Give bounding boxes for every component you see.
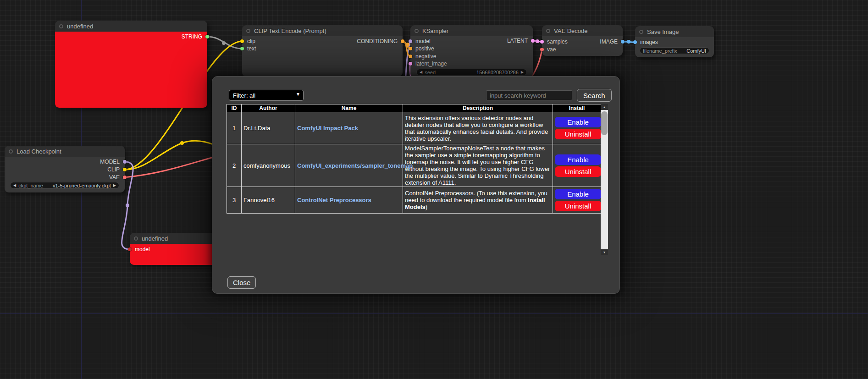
output-slot-conditioning[interactable] xyxy=(401,39,404,43)
uninstall-button[interactable]: Uninstall xyxy=(555,201,601,211)
filename-prefix-widget[interactable]: filename_prefix ComfyUI xyxy=(640,47,709,54)
output-slot-clip[interactable] xyxy=(123,168,127,171)
prev-icon[interactable]: ◀ xyxy=(13,182,16,189)
node-titlebar[interactable]: undefined xyxy=(55,21,207,32)
output-label-conditioning: CONDITIONING xyxy=(357,38,398,45)
input-slot-model[interactable] xyxy=(128,247,132,251)
table-row: 2 comfyanonymous ComfyUI_experiments/sam… xyxy=(227,144,601,187)
output-label-model: MODEL xyxy=(100,158,120,165)
output-slot-latent[interactable] xyxy=(531,39,535,43)
output-label-vae: VAE xyxy=(109,174,120,181)
node-clip-text-encode[interactable]: CLIP Text Encode (Prompt) clip text COND… xyxy=(242,25,403,77)
node-titlebar[interactable]: VAE Decode xyxy=(542,25,623,36)
uninstall-button[interactable]: Uninstall xyxy=(555,129,601,139)
cell-description: ModelSamplerTonemapNoiseTest a node that… xyxy=(403,144,553,187)
scrollbar-thumb[interactable] xyxy=(601,111,608,135)
uninstall-button[interactable]: Uninstall xyxy=(555,166,601,177)
ckpt-name-widget[interactable]: ◀ ckpt_name v1-5-pruned-emaonly.ckpt ▶ xyxy=(10,182,119,189)
node-ksampler[interactable]: KSampler model positive negative latent_… xyxy=(410,25,533,78)
node-title: undefined xyxy=(142,235,168,242)
output-slot-model[interactable] xyxy=(123,160,127,164)
collapse-dot-icon[interactable] xyxy=(134,236,138,241)
input-label-latent-image: latent_image xyxy=(415,60,447,67)
filter-select[interactable]: Filter: all xyxy=(229,90,304,101)
cell-description: ControlNet Preprocessors. (To use this e… xyxy=(403,187,553,214)
col-header-name: Name xyxy=(295,104,403,112)
input-slot-negative[interactable] xyxy=(409,55,412,58)
link-dot[interactable] xyxy=(222,41,226,45)
collapse-dot-icon[interactable] xyxy=(639,30,643,34)
input-slot-clip[interactable] xyxy=(240,39,244,43)
cell-id: 1 xyxy=(227,112,242,144)
node-title: Save Image xyxy=(647,28,679,35)
collapse-dot-icon[interactable] xyxy=(246,29,250,33)
input-slot-samples[interactable] xyxy=(540,40,544,44)
extension-link[interactable]: ControlNet Preprocessors xyxy=(297,197,371,203)
node-undefined-model[interactable]: undefined model xyxy=(130,233,217,265)
node-titlebar[interactable]: Load Checkpoint xyxy=(5,146,125,157)
node-save-image[interactable]: Save Image images filename_prefix ComfyU… xyxy=(635,26,714,57)
node-titlebar[interactable]: undefined xyxy=(130,233,217,244)
output-slot-image[interactable] xyxy=(621,40,625,44)
link-dot[interactable] xyxy=(536,39,539,43)
scroll-down-icon[interactable]: ▼ xyxy=(601,249,608,255)
manager-custom-nodes-dialog: Filter: all ▼ Search ID Author Name Desc… xyxy=(212,76,620,294)
cell-author: comfyanonymous xyxy=(242,144,295,187)
link-dot[interactable] xyxy=(180,141,184,145)
enable-button[interactable]: Enable xyxy=(555,189,601,199)
node-titlebar[interactable]: Save Image xyxy=(635,26,714,37)
extension-link[interactable]: ComfyUI_experiments/sampler_tonemap xyxy=(297,162,413,169)
collapse-dot-icon[interactable] xyxy=(59,24,63,28)
seed-widget[interactable]: ◀ seed 156680208700286 ▶ xyxy=(416,69,527,76)
table-row: 3 Fannovel16 ControlNet Preprocessors Co… xyxy=(227,187,601,214)
input-label-negative: negative xyxy=(415,53,436,60)
collapse-dot-icon[interactable] xyxy=(415,29,419,33)
enable-button[interactable]: Enable xyxy=(555,154,601,165)
search-button[interactable]: Search xyxy=(577,89,612,102)
node-load-checkpoint[interactable]: Load Checkpoint MODEL CLIP VAE ◀ ckpt_na… xyxy=(5,146,125,192)
collapse-dot-icon[interactable] xyxy=(546,29,550,33)
input-slot-text[interactable] xyxy=(240,47,244,50)
cell-install: Enable Uninstall xyxy=(553,144,601,187)
table-scrollbar[interactable]: ▲ ▼ xyxy=(601,104,608,255)
search-input[interactable] xyxy=(486,90,572,100)
node-titlebar[interactable]: CLIP Text Encode (Prompt) xyxy=(242,25,403,36)
output-label-image: IMAGE xyxy=(600,38,618,45)
input-slot-images[interactable] xyxy=(633,40,637,44)
node-title: VAE Decode xyxy=(554,27,587,34)
collapse-dot-icon[interactable] xyxy=(9,149,13,154)
node-vae-decode[interactable]: VAE Decode samples vae IMAGE xyxy=(542,25,623,56)
link-dot[interactable] xyxy=(627,40,630,44)
node-undefined-string[interactable]: undefined STRING xyxy=(55,21,207,108)
custom-nodes-table: ID Author Name Description Install 1 Dr.… xyxy=(227,104,601,214)
link-dot[interactable] xyxy=(406,43,409,46)
col-header-install: Install xyxy=(553,104,601,112)
increment-icon[interactable]: ▶ xyxy=(521,69,524,76)
input-slot-model[interactable] xyxy=(409,39,412,43)
node-titlebar[interactable]: KSampler xyxy=(410,25,533,36)
cell-id: 2 xyxy=(227,144,242,187)
scroll-up-icon[interactable]: ▲ xyxy=(601,104,608,110)
input-label-vae: vae xyxy=(547,46,556,53)
next-icon[interactable]: ▶ xyxy=(113,182,116,189)
node-title: Load Checkpoint xyxy=(17,148,61,155)
input-label-text: text xyxy=(247,45,256,52)
cell-author: Dr.Lt.Data xyxy=(242,112,295,144)
input-slot-positive[interactable] xyxy=(409,47,412,50)
extension-link[interactable]: ComfyUI Impact Pack xyxy=(297,125,358,132)
input-slot-latent-image[interactable] xyxy=(409,62,412,66)
col-header-id: ID xyxy=(227,104,242,112)
graph-canvas[interactable]: undefined STRING CLIP Text Encode (Promp… xyxy=(0,0,868,379)
input-slot-vae[interactable] xyxy=(540,48,544,51)
cell-author: Fannovel16 xyxy=(242,187,295,214)
decrement-icon[interactable]: ◀ xyxy=(420,69,422,76)
enable-button[interactable]: Enable xyxy=(555,117,601,127)
link-dot[interactable] xyxy=(126,203,129,207)
output-slot-string[interactable] xyxy=(205,35,209,38)
close-button[interactable]: Close xyxy=(227,276,256,289)
output-slot-vae[interactable] xyxy=(123,176,127,179)
output-label-string: STRING xyxy=(182,33,202,40)
widget-label: seed xyxy=(425,70,436,75)
col-header-author: Author xyxy=(242,104,295,112)
input-label-model: model xyxy=(135,246,150,253)
